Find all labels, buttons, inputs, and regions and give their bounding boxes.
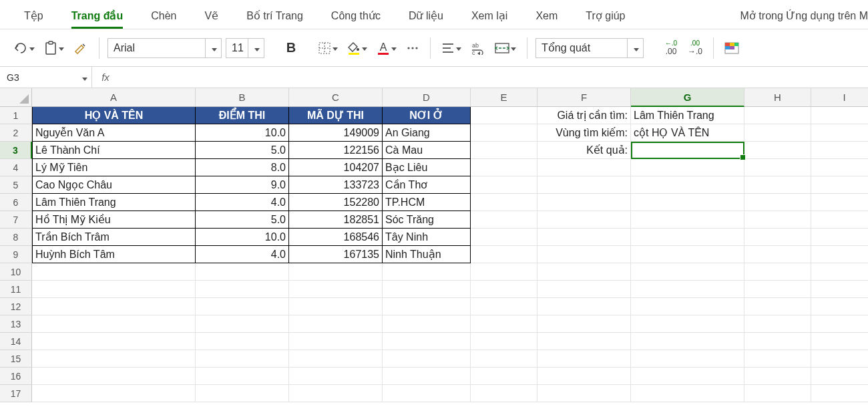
column-header[interactable]: F [537,88,631,107]
cell[interactable]: 5.0 [196,142,289,159]
cell[interactable] [744,107,811,124]
cell[interactable]: Trần Bích Trâm [32,229,196,246]
number-format-select[interactable]: Tổng quát [535,38,644,58]
cell[interactable]: Cà Mau [383,142,471,159]
cell[interactable] [383,315,471,333]
tab-home[interactable]: Trang đầu [62,5,133,29]
cell[interactable]: 10.0 [196,229,289,246]
cell[interactable]: Cao Ngọc Châu [32,176,196,194]
column-header[interactable]: E [471,88,537,107]
grid[interactable]: A B C D E F G H I HỌ VÀ TÊN ĐIỂM THI MÃ … [32,88,868,402]
cell[interactable] [289,298,383,315]
cell[interactable] [32,350,196,368]
row-header[interactable]: 6 [0,194,32,211]
column-header[interactable]: I [811,88,868,107]
cell[interactable]: 149009 [289,124,383,142]
cell[interactable] [383,263,471,281]
row-header[interactable]: 14 [0,333,32,350]
cell[interactable] [811,263,868,281]
cell[interactable] [289,368,383,385]
cell[interactable] [383,350,471,368]
row-header[interactable]: 11 [0,281,32,298]
cell[interactable]: Lê Thành Chí [32,142,196,159]
undo-button[interactable] [11,38,37,58]
cell[interactable] [537,211,631,229]
cell[interactable] [744,368,811,385]
cell[interactable] [744,124,811,142]
cell[interactable] [631,350,744,368]
cell[interactable]: Vùng tìm kiếm: [537,124,631,142]
cell[interactable] [811,333,868,350]
column-header[interactable]: A [32,88,196,107]
cell[interactable] [471,211,537,229]
cell[interactable]: Nguyễn Văn A [32,124,196,142]
cell[interactable] [744,385,811,402]
tab-view[interactable]: Xem [526,6,567,29]
cell[interactable] [744,229,811,246]
cell[interactable] [744,281,811,298]
tab-review[interactable]: Xem lại [462,5,517,29]
cell[interactable] [537,315,631,333]
cell[interactable] [631,159,744,176]
cell[interactable]: 4.0 [196,246,289,263]
cell[interactable]: 104207 [289,159,383,176]
cell[interactable] [196,315,289,333]
row-header[interactable]: 10 [0,263,32,281]
cell[interactable] [383,298,471,315]
cell[interactable] [631,246,744,263]
cell[interactable] [631,368,744,385]
cell[interactable]: TP.HCM [383,194,471,211]
cell[interactable] [537,385,631,402]
chevron-down-icon[interactable] [248,39,264,57]
cell[interactable] [471,246,537,263]
cell[interactable] [537,194,631,211]
cell[interactable]: Giá trị cần tìm: [537,107,631,124]
increase-decimal-button[interactable]: .00 →.0 [685,38,705,58]
cell[interactable] [744,263,811,281]
cell[interactable]: 182851 [289,211,383,229]
cell[interactable] [631,315,744,333]
cell[interactable] [537,263,631,281]
cell[interactable] [811,211,868,229]
cell[interactable] [289,281,383,298]
cell[interactable] [631,385,744,402]
column-header[interactable]: G [631,88,744,107]
cell[interactable] [537,159,631,176]
cell[interactable] [537,246,631,263]
row-header[interactable]: 5 [0,176,32,194]
cell[interactable] [631,176,744,194]
cell[interactable]: Lâm Thiên Trang [631,107,744,124]
merge-button[interactable] [492,38,519,58]
tab-file[interactable]: Tệp [15,5,53,29]
cell[interactable]: 167135 [289,246,383,263]
cell[interactable] [744,298,811,315]
cell[interactable] [811,350,868,368]
cell[interactable] [383,385,471,402]
name-box[interactable]: G3 [0,67,92,88]
cell[interactable] [32,315,196,333]
cell[interactable]: 133723 [289,176,383,194]
cell[interactable] [32,263,196,281]
cell[interactable] [537,333,631,350]
cell[interactable] [811,281,868,298]
cell[interactable] [811,124,868,142]
font-color-button[interactable]: A [374,38,399,58]
cell[interactable] [471,194,537,211]
cell[interactable] [196,350,289,368]
cell[interactable] [811,315,868,333]
cell[interactable]: Cần Thơ [383,176,471,194]
row-header[interactable]: 9 [0,246,32,263]
cell[interactable] [631,333,744,350]
cell[interactable]: Lý Mỹ Tiên [32,159,196,176]
cell[interactable] [744,315,811,333]
select-all-corner[interactable] [0,88,32,107]
cell[interactable] [471,229,537,246]
cell[interactable] [471,159,537,176]
cell[interactable] [471,333,537,350]
cell[interactable] [471,368,537,385]
cell[interactable]: Lâm Thiên Trang [32,194,196,211]
cell[interactable] [811,176,868,194]
cell[interactable] [471,281,537,298]
cell[interactable] [811,194,868,211]
cell[interactable]: 4.0 [196,194,289,211]
